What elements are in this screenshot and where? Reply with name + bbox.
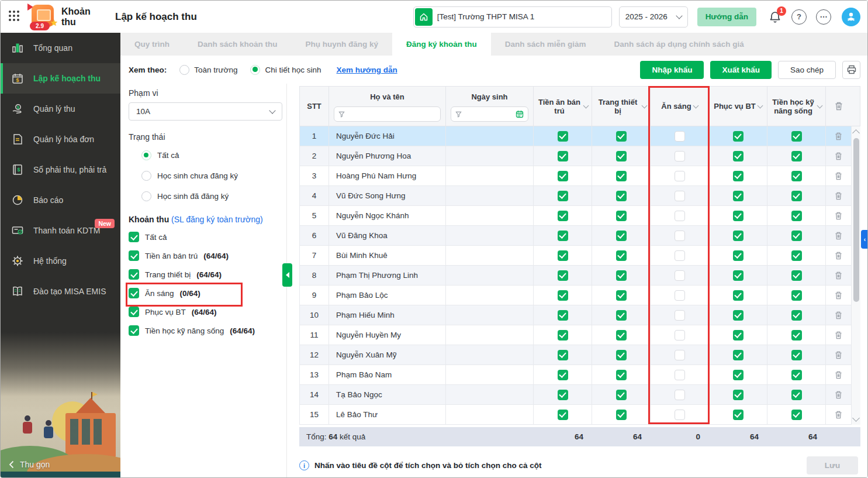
right-panel-handle[interactable]: ‹ [861, 230, 868, 249]
checkbox-icon[interactable] [791, 370, 802, 380]
checkbox-icon[interactable] [558, 410, 568, 420]
sidebar-item[interactable]: Quản lý hóa đơn [1, 124, 120, 154]
table-scrollbar[interactable] [851, 126, 860, 425]
checkbox-icon[interactable] [558, 310, 568, 321]
checkbox-icon[interactable] [791, 151, 802, 161]
checkbox-icon[interactable] [558, 390, 568, 400]
checkbox-icon[interactable] [129, 269, 139, 280]
checkbox-icon[interactable] [558, 231, 568, 241]
radio-option[interactable]: Tất cả [141, 145, 286, 166]
delete-button[interactable] [834, 271, 843, 280]
sidebar-item[interactable]: $ Lập kế hoạch thu [1, 63, 120, 94]
column-header-fee1[interactable]: Tiền ăn bán trú [534, 87, 592, 126]
checkbox-icon[interactable] [558, 171, 568, 181]
guide-button[interactable]: Hướng dẫn [697, 8, 756, 26]
tab[interactable]: Phụ huynh đăng ký [292, 33, 393, 56]
checkbox-icon[interactable] [675, 250, 685, 261]
checkbox-icon[interactable] [675, 151, 685, 161]
checkbox-icon[interactable] [616, 290, 627, 301]
checkbox-icon[interactable] [733, 370, 743, 380]
checkbox-icon[interactable] [675, 231, 685, 241]
column-header-fee2[interactable]: Trang thiết bị [592, 87, 651, 126]
checkbox-icon[interactable] [616, 310, 627, 321]
checkbox-icon[interactable] [733, 131, 743, 142]
checkbox-icon[interactable] [733, 191, 743, 201]
copy-button[interactable]: Sao chép [778, 61, 836, 79]
radio-option[interactable]: Chi tiết học sinh [250, 65, 321, 75]
school-year-dropdown[interactable]: 2025 - 2026 [619, 6, 688, 27]
sidebar-collapse-button[interactable]: Thu gọn [9, 460, 50, 469]
student-row[interactable]: 14 Tạ Bảo Ngọc [300, 385, 860, 405]
delete-button[interactable] [834, 171, 843, 181]
checkbox-icon[interactable] [616, 191, 627, 201]
checkbox-icon[interactable] [733, 231, 743, 241]
checkbox-icon[interactable] [791, 310, 802, 321]
checkbox-icon[interactable] [616, 250, 627, 261]
checkbox-icon[interactable] [675, 191, 685, 201]
more-options-icon[interactable]: ⋯ [816, 9, 831, 25]
checkbox-icon[interactable] [129, 250, 139, 261]
sidebar-item[interactable]: Thanh toán KDTMNew [1, 215, 120, 246]
delete-button[interactable] [834, 390, 843, 400]
tab[interactable]: Danh sách khoản thu [184, 33, 292, 56]
checkbox-icon[interactable] [791, 350, 802, 360]
checkbox-icon[interactable] [791, 410, 802, 420]
checkbox-icon[interactable] [558, 350, 568, 360]
checkbox-icon[interactable] [558, 211, 568, 221]
checkbox-icon[interactable] [129, 288, 139, 298]
radio-option[interactable]: Học sinh đã đăng ký [141, 186, 286, 207]
export-button[interactable]: Xuất khẩu [710, 61, 772, 79]
checkbox-icon[interactable] [675, 270, 685, 281]
checkbox-icon[interactable] [558, 270, 568, 281]
view-guide-link[interactable]: Xem hướng dẫn [337, 66, 397, 74]
student-row[interactable]: 11 Nguyễn Huyền My [300, 325, 860, 345]
column-header-fee3[interactable]: Ăn sáng [651, 87, 709, 126]
sidebar-item[interactable]: Tổng quan [1, 33, 120, 63]
checkbox-icon[interactable] [129, 307, 139, 317]
checkbox-icon[interactable] [129, 232, 139, 242]
checkbox-icon[interactable] [733, 390, 743, 400]
delete-button[interactable] [834, 152, 843, 161]
tab[interactable]: Danh sách miễn giảm [491, 33, 600, 56]
checkbox-icon[interactable] [675, 390, 685, 400]
fee-filter-item[interactable]: Tất cả [129, 228, 286, 246]
checkbox-icon[interactable] [558, 370, 568, 380]
student-row[interactable]: 2 Nguyễn Phương Hoa [300, 146, 860, 166]
student-row[interactable]: 13 Phạm Bảo Nam [300, 365, 860, 385]
checkbox-icon[interactable] [733, 330, 743, 341]
column-header-fee5[interactable]: Tiền học kỹ năng sống [767, 87, 826, 126]
delete-button[interactable] [834, 191, 843, 201]
checkbox-icon[interactable] [791, 171, 802, 181]
help-icon[interactable]: ? [791, 9, 807, 25]
delete-button[interactable] [834, 350, 843, 360]
checkbox-icon[interactable] [558, 131, 568, 142]
checkbox-icon[interactable] [675, 290, 685, 301]
delete-button[interactable] [834, 231, 843, 240]
checkbox-icon[interactable] [733, 211, 743, 221]
sidebar-item[interactable]: Báo cáo [1, 185, 120, 215]
checkbox-icon[interactable] [616, 370, 627, 380]
student-row[interactable]: 8 Phạm Thị Phương Linh [300, 266, 860, 286]
checkbox-icon[interactable] [616, 270, 627, 281]
checkbox-icon[interactable] [616, 350, 627, 360]
student-row[interactable]: 1 Nguyễn Đức Hải [300, 126, 860, 146]
checkbox-icon[interactable] [558, 290, 568, 301]
sidebar-item[interactable]: Đào tạo MISA EMIS [1, 276, 120, 307]
checkbox-icon[interactable] [791, 290, 802, 301]
checkbox-icon[interactable] [733, 250, 743, 261]
checkbox-icon[interactable] [616, 211, 627, 221]
checkbox-icon[interactable] [675, 171, 685, 181]
checkbox-icon[interactable] [675, 211, 685, 221]
checkbox-icon[interactable] [791, 191, 802, 201]
import-button[interactable]: Nhập khẩu [640, 61, 704, 79]
checkbox-icon[interactable] [616, 231, 627, 241]
tab[interactable]: Đăng ký khoản thu [392, 33, 491, 56]
checkbox-icon[interactable] [616, 151, 627, 161]
tab[interactable]: Quy trình [120, 33, 184, 56]
student-row[interactable]: 15 Lê Bảo Thư [300, 405, 860, 425]
checkbox-icon[interactable] [791, 231, 802, 241]
delete-button[interactable] [834, 370, 843, 380]
filter-panel-collapse-handle[interactable] [282, 263, 292, 287]
delete-button[interactable] [834, 311, 843, 320]
student-row[interactable]: 10 Phạm Hiếu Minh [300, 305, 860, 325]
